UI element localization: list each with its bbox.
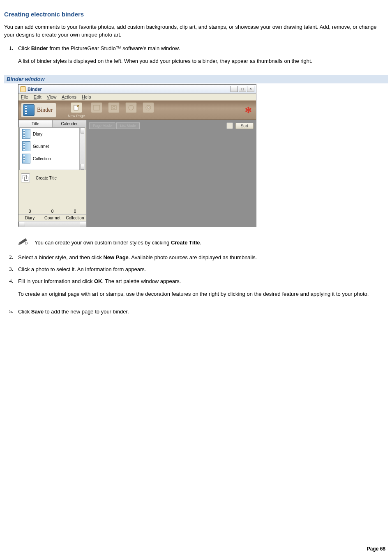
minimize-button[interactable]: _ [231,86,238,92]
figure-caption: Binder window [4,75,388,83]
window-titlebar: Binder _ □ × [18,85,256,94]
count-label-collection: Collection [64,214,86,221]
vertical-scrollbar[interactable] [79,128,85,170]
step-number: 2. [4,254,18,262]
toolbar-button-3[interactable] [108,102,120,118]
step-number: 4. [4,278,18,304]
step-1-text: Click Binder from the PictureGear Studio… [18,45,180,51]
tab-title[interactable]: Title [18,120,53,127]
count-diary: 0 [18,208,41,214]
toolbar-button-4[interactable] [125,102,137,118]
count-collection: 0 [64,208,86,214]
menu-edit[interactable]: Edit [34,94,42,99]
binder-icon [23,104,35,116]
pencil-icon: D [18,237,31,246]
window-title: Binder [28,87,42,92]
svg-rect-1 [94,105,99,110]
step-number: 3. [4,266,18,274]
note-text: You can create your own custom binder st… [35,237,201,246]
tab-calendar[interactable]: Calender [53,120,87,127]
new-page-icon [71,102,82,113]
toolbar: Binder New Page ✻ [18,100,256,120]
decoration-icon[interactable]: ✻ [243,105,254,115]
zoom-icon[interactable] [226,122,233,129]
step-5-text: Click Save to add the new page to your b… [18,308,388,316]
binder-window: Binder _ □ × File Edit View Actions Help… [18,84,256,227]
list-mode-button[interactable]: List Mode [116,122,140,129]
disc-icon [143,102,154,113]
close-button[interactable]: × [247,86,254,92]
step-4-detail: To create an original page with art or s… [18,290,388,298]
note: D You can create your own custom binder … [18,237,388,246]
step-1-detail: A list of binder styles is displayed on … [18,58,388,65]
section-label: Binder [37,107,53,113]
count-label-diary: Diary [18,214,41,221]
style-list: Diary Gourmet Collection [19,127,85,170]
horizontal-scrollbar[interactable] [18,221,86,227]
create-title-button[interactable]: Create Title [18,170,86,186]
svg-point-4 [129,105,134,110]
intro-paragraph: You can add comments to your favorite ph… [4,23,388,39]
page-mode-button[interactable]: Page Mode [89,122,115,129]
maximize-button[interactable]: □ [239,86,246,92]
step-4-text: Fill in your information and click OK. T… [18,278,181,284]
menu-view[interactable]: View [47,94,57,99]
sidebar: Title Calender Diary Gourmet Collection … [18,120,87,227]
page-icon [91,102,102,113]
main-pane: Page Mode List Mode Sort [87,120,256,227]
page-footer: Page 68 [4,546,388,552]
step-2-text: Select a binder style, and then click Ne… [18,254,388,262]
new-page-button[interactable]: New Page [68,102,85,118]
style-item-collection[interactable]: Collection [20,152,85,165]
notebook-icon [22,129,30,139]
notebook-icon [22,141,30,151]
style-item-gourmet[interactable]: Gourmet [20,140,85,152]
style-item-diary[interactable]: Diary [20,128,85,140]
create-title-icon [21,173,30,182]
step-number: 5. [4,308,18,316]
step-number: 1. [4,45,18,71]
section-indicator: Binder [21,103,56,117]
toolbar-button-5[interactable] [143,102,154,118]
count-label-gourmet: Gourmet [41,214,64,221]
page-heading: Creating electronic binders [4,11,388,18]
menu-bar: File Edit View Actions Help [18,94,256,100]
sort-button[interactable]: Sort [235,123,254,129]
count-gourmet: 0 [41,208,64,214]
menu-help[interactable]: Help [82,94,91,99]
menu-actions[interactable]: Actions [62,94,76,99]
svg-point-6 [148,107,149,108]
preview-icon [108,102,120,113]
toolbar-button-2[interactable] [91,102,102,118]
step-3-text: Click a photo to select it. An informati… [18,266,388,274]
notebook-icon [22,154,30,164]
menu-file[interactable]: File [21,94,28,99]
globe-icon [125,102,137,113]
svg-text:D: D [25,241,28,245]
app-icon [20,86,26,92]
